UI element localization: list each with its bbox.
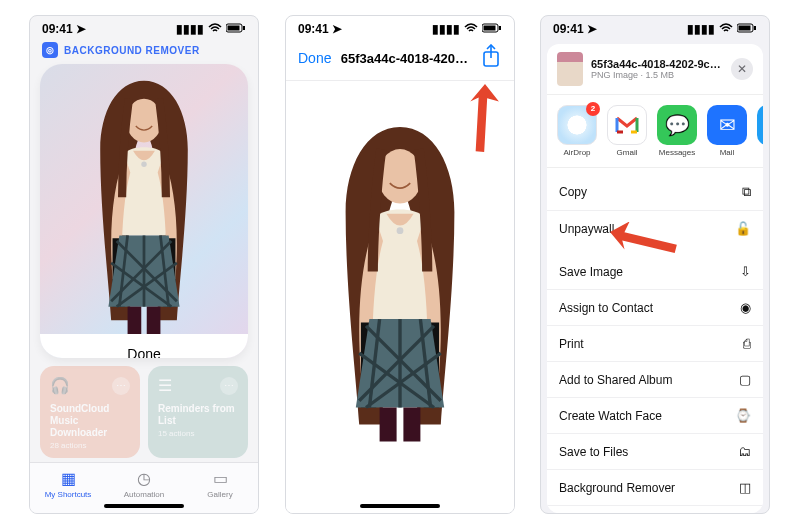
wifi-icon (464, 22, 478, 36)
automation-icon: ◷ (106, 469, 182, 488)
app-label: Messages (657, 148, 697, 157)
signal-icon: ▮▮▮▮ (687, 22, 715, 36)
tile-sub: 28 actions (50, 441, 130, 450)
shortcut-tiles: 🎧⋯ SoundCloud Music Downloader 28 action… (40, 366, 248, 458)
home-indicator[interactable] (360, 504, 440, 508)
action-save-to-files[interactable]: Save to Files🗂 (547, 434, 763, 470)
tile-sub: 15 actions (158, 429, 238, 438)
action-save-image[interactable]: Save Image⇩ (547, 254, 763, 290)
action-create-watch-face[interactable]: Create Watch Face⌚ (547, 398, 763, 434)
status-time: 09:41 (42, 22, 73, 36)
share-actions: Copy⧉Unpaywall🔓 Save Image⇩Assign to Con… (547, 168, 763, 513)
app-icon: ◎ (42, 42, 58, 58)
battery-icon (482, 22, 502, 36)
more-icon[interactable]: ⋯ (220, 377, 238, 395)
svg-rect-22 (754, 26, 756, 30)
phone-preview: 09:41➤ ▮▮▮▮ Done 65f3a44c-4018-4202-9c9f… (285, 15, 515, 514)
album-icon: ▢ (739, 372, 751, 387)
watch-icon: ⌚ (735, 408, 751, 423)
app-title: BACKGROUND REMOVER (64, 45, 200, 56)
location-arrow-icon: ➤ (587, 22, 597, 36)
grid-icon: ▦ (30, 469, 106, 488)
result-image (40, 64, 248, 334)
status-right: ▮▮▮▮ (432, 22, 502, 36)
shortcut-tile-a[interactable]: 🎧⋯ SoundCloud Music Downloader 28 action… (40, 366, 140, 458)
svg-rect-16 (243, 26, 245, 30)
action-label: Unpaywall (559, 222, 614, 236)
action-label: Background Remover (559, 481, 675, 495)
shortcut-tile-b[interactable]: ☰⋯ Reminders from List 15 actions (148, 366, 248, 458)
share-header: 65f3a44c-4018-4202-9c9f-1b76f81608… PNG … (547, 44, 763, 95)
close-button[interactable]: ✕ (731, 58, 753, 80)
status-right: ▮▮▮▮ (687, 22, 757, 36)
phone-share-sheet: 09:41➤ ▮▮▮▮ 65f3a44c-4018-4202-9c9f-1b76… (540, 15, 770, 514)
app-label: Gmail (607, 148, 647, 157)
share-app-airdrop[interactable]: 2AirDrop (557, 105, 597, 157)
signal-icon: ▮▮▮▮ (176, 22, 204, 36)
share-app-mail[interactable]: ✉︎Mail (707, 105, 747, 157)
msg-icon: 💬 (657, 105, 697, 145)
svg-rect-15 (228, 26, 240, 31)
share-app-gmail[interactable]: Gmail (607, 105, 647, 157)
action-unpaywall[interactable]: Unpaywall🔓 (547, 211, 763, 246)
action-background-remover[interactable]: Background Remover◫ (547, 470, 763, 506)
action-label: Print (559, 337, 584, 351)
print-icon: ⎙ (743, 336, 751, 351)
action-label: Save to Files (559, 445, 628, 459)
wifi-icon (719, 22, 733, 36)
tile-title: SoundCloud Music Downloader (50, 403, 130, 439)
action-label: Create Watch Face (559, 409, 662, 423)
airdrop-icon: 2 (557, 105, 597, 145)
copy-icon: ⧉ (742, 184, 751, 200)
action-print[interactable]: Print⎙ (547, 326, 763, 362)
status-time: 09:41 (553, 22, 584, 36)
wifi-icon (208, 22, 222, 36)
action-assign-to-contact[interactable]: Assign to Contact◉ (547, 290, 763, 326)
badge: 2 (586, 102, 600, 116)
status-time: 09:41 (298, 22, 329, 36)
more-icon[interactable]: ⋯ (112, 377, 130, 395)
svg-rect-21 (739, 26, 751, 31)
home-indicator[interactable] (104, 504, 184, 508)
status-bar: 09:41➤ ▮▮▮▮ (541, 16, 769, 38)
list-icon: ☰ (158, 376, 172, 395)
result-card: Done (40, 64, 248, 358)
tab-my-shortcuts[interactable]: ▦My Shortcuts (30, 463, 106, 513)
done-button[interactable]: Done (298, 50, 331, 66)
tab-gallery[interactable]: ▭Gallery (182, 463, 258, 513)
status-bar: 09:41➤ ▮▮▮▮ (286, 16, 514, 38)
location-arrow-icon: ➤ (332, 22, 342, 36)
status-right: ▮▮▮▮ (176, 22, 246, 36)
gmail-icon (607, 105, 647, 145)
download-icon: ⇩ (740, 264, 751, 279)
gallery-icon: ▭ (182, 469, 258, 488)
location-arrow-icon: ➤ (76, 22, 86, 36)
action-label: Assign to Contact (559, 301, 653, 315)
preview-image[interactable] (286, 81, 514, 513)
svg-rect-19 (499, 26, 501, 30)
filename: 65f3a44c-4018-4202-9c9f-1b76f81608… (591, 58, 723, 70)
share-button[interactable] (480, 44, 502, 72)
preview-navbar: Done 65f3a44c-4018-4202-9c9f-… (286, 38, 514, 81)
status-bar: 09:41➤ ▮▮▮▮ (30, 16, 258, 38)
done-button[interactable]: Done (40, 334, 248, 358)
tile-title: Reminders from List (158, 403, 238, 427)
share-sheet: 65f3a44c-4018-4202-9c9f-1b76f81608… PNG … (547, 44, 763, 513)
share-apps: 2AirDropGmail💬Messages✉︎Mail (547, 95, 763, 168)
action-label: Copy (559, 185, 587, 199)
action-soundcloud-music-downloader[interactable]: SoundCloud Music Downloader🎧 (547, 506, 763, 513)
app-label: AirDrop (557, 148, 597, 157)
share-app-messages[interactable]: 💬Messages (657, 105, 697, 157)
app-bar: ◎ BACKGROUND REMOVER (30, 38, 258, 64)
shortcut-icon: ◫ (739, 480, 751, 495)
unlock-icon: 🔓 (735, 221, 751, 236)
contact-icon: ◉ (740, 300, 751, 315)
battery-icon (737, 22, 757, 36)
headphones-icon: 🎧 (50, 376, 70, 395)
action-add-to-shared-album[interactable]: Add to Shared Album▢ (547, 362, 763, 398)
action-copy[interactable]: Copy⧉ (547, 174, 763, 211)
share-app-more[interactable] (757, 105, 763, 157)
thumbnail (557, 52, 583, 86)
folder-icon: 🗂 (738, 444, 751, 459)
phone-shortcuts: 09:41➤ ▮▮▮▮ ◎ BACKGROUND REMOVER Done 🎧⋯… (29, 15, 259, 514)
